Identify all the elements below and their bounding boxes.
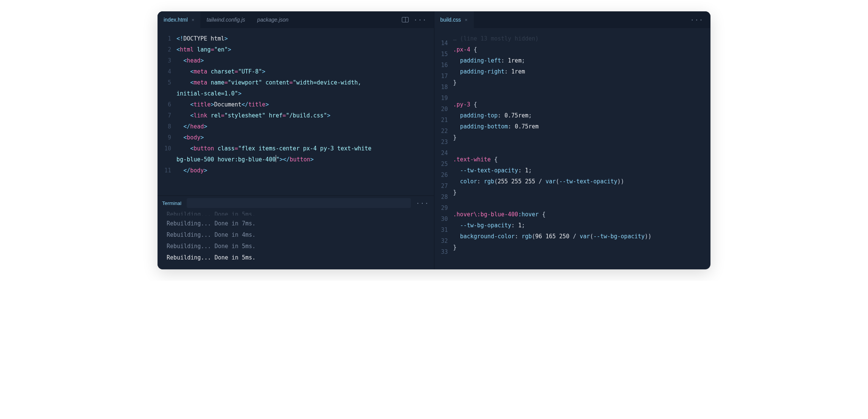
code-line[interactable]: </body> — [176, 165, 434, 176]
line-number: 1 — [164, 33, 171, 44]
code-line[interactable]: <link rel="stylesheet" href="/build.css"… — [176, 110, 434, 121]
code-line[interactable]: --tw-text-opacity: 1; — [453, 165, 710, 176]
code-line[interactable]: padding-right: 1rem — [453, 66, 710, 77]
line-number: 6 — [164, 99, 171, 110]
code-line[interactable]: padding-bottom: 0.75rem — [453, 121, 710, 132]
tab-label: package.json — [257, 17, 289, 23]
line-number: 14 — [441, 38, 448, 49]
tab-label: tailwind.config.js — [206, 17, 245, 23]
code-line[interactable]: } — [453, 242, 710, 253]
terminal-input[interactable] — [187, 198, 411, 208]
code-line[interactable]: <head> — [176, 55, 434, 66]
code-line[interactable] — [453, 143, 710, 154]
code-line[interactable]: background-color: rgb(96 165 250 / var(-… — [453, 231, 710, 242]
left-tabbar: index.html×tailwind.config.jspackage.jso… — [158, 11, 434, 28]
close-icon[interactable]: × — [465, 17, 468, 23]
terminal-line: Rebuilding... Done in 7ms. — [167, 218, 427, 229]
right-tabbar-actions: ··· — [690, 16, 707, 23]
code-line[interactable]: } — [453, 77, 710, 88]
more-icon[interactable]: ··· — [414, 16, 427, 23]
line-number: 22 — [441, 126, 448, 137]
tab-label: index.html — [164, 17, 188, 23]
line-number: 3 — [164, 55, 171, 66]
line-number: 7 — [164, 110, 171, 121]
code-line[interactable]: .px-4 { — [453, 44, 710, 55]
code-line[interactable] — [453, 198, 710, 209]
line-number: 25 — [441, 159, 448, 170]
line-number: 18 — [441, 82, 448, 93]
tab-build-css[interactable]: build.css× — [434, 11, 474, 28]
code-line[interactable] — [453, 88, 710, 99]
terminal-more-icon[interactable]: ··· — [416, 200, 429, 207]
code-line[interactable]: } — [453, 132, 710, 143]
line-number: 15 — [441, 49, 448, 60]
terminal-body[interactable]: Rebuilding... Done in 5ms.Rebuilding... … — [158, 210, 434, 269]
code-line[interactable]: <!DOCTYPE html> — [176, 33, 434, 44]
code-line[interactable]: <html lang="en"> — [176, 44, 434, 55]
code-line[interactable]: <meta name="viewport" content="width=dev… — [176, 77, 434, 88]
editor-window: index.html×tailwind.config.jspackage.jso… — [158, 11, 710, 269]
code-line[interactable]: <button class="flex items-center px-4 py… — [176, 143, 434, 154]
code-line[interactable]: color: rgb(255 255 255 / var(--tw-text-o… — [453, 176, 710, 187]
terminal-panel: Terminal ··· Rebuilding... Done in 5ms.R… — [158, 195, 434, 269]
right-pane: build.css× ··· 1314151617181920212223242… — [434, 11, 711, 269]
more-icon[interactable]: ··· — [690, 16, 704, 23]
code-line[interactable]: .hover\:bg-blue-400:hover { — [453, 209, 710, 220]
tab-tailwind-config-js[interactable]: tailwind.config.js — [200, 11, 251, 28]
terminal-line: Rebuilding... Done in 5ms. — [167, 252, 427, 263]
code-line[interactable] — [453, 253, 710, 264]
line-number: 23 — [441, 137, 448, 148]
line-number: 30 — [441, 214, 448, 225]
line-number: 10 — [164, 143, 171, 154]
terminal-line: Rebuilding... Done in 5ms. — [167, 209, 427, 216]
line-number: 29 — [441, 203, 448, 214]
left-gutter: 12345 678910 11 — [158, 33, 176, 190]
left-code-area[interactable]: 12345 678910 11 <!DOCTYPE html><html lan… — [158, 28, 434, 195]
code-line[interactable]: </head> — [176, 121, 434, 132]
line-number: 8 — [164, 121, 171, 132]
line-number: 17 — [441, 71, 448, 82]
line-number: 9 — [164, 132, 171, 143]
right-code-content[interactable]: … (line 13 mostly hidden).px-4 { padding… — [453, 33, 710, 264]
line-number: 5 — [164, 77, 171, 88]
line-number — [164, 154, 171, 165]
code-line[interactable]: padding-top: 0.75rem; — [453, 110, 710, 121]
right-code-area[interactable]: 1314151617181920212223242526272829303132… — [434, 28, 711, 269]
line-number: 32 — [441, 236, 448, 247]
code-line[interactable]: } — [453, 187, 710, 198]
close-icon[interactable]: × — [192, 17, 195, 23]
split-editor-icon[interactable] — [402, 17, 409, 22]
line-number: 20 — [441, 104, 448, 115]
line-number: 27 — [441, 181, 448, 192]
right-tabbar: build.css× ··· — [434, 11, 711, 28]
line-number: 11 — [164, 165, 171, 176]
code-line[interactable]: <meta charset="UTF-8"> — [176, 66, 434, 77]
code-line[interactable]: bg-blue-500 hover:bg-blue-400"></button> — [176, 154, 434, 165]
code-line[interactable]: padding-left: 1rem; — [453, 55, 710, 66]
terminal-header: Terminal ··· — [158, 196, 434, 210]
line-number: 2 — [164, 44, 171, 55]
code-line[interactable]: <body> — [176, 132, 434, 143]
tab-package-json[interactable]: package.json — [251, 11, 295, 28]
code-line[interactable]: initial-scale=1.0"> — [176, 88, 434, 99]
code-line[interactable]: … (line 13 mostly hidden) — [453, 33, 710, 44]
left-pane: index.html×tailwind.config.jspackage.jso… — [158, 11, 434, 269]
terminal-line: Rebuilding... Done in 4ms. — [167, 229, 427, 241]
line-number: 26 — [441, 170, 448, 181]
line-number: 24 — [441, 148, 448, 159]
line-number: 19 — [441, 93, 448, 104]
left-code-content[interactable]: <!DOCTYPE html><html lang="en"> <head> <… — [176, 33, 434, 190]
code-line[interactable]: <title>Document</title> — [176, 99, 434, 110]
tab-label: build.css — [440, 17, 461, 23]
terminal-tab[interactable]: Terminal — [162, 199, 181, 208]
tab-index-html[interactable]: index.html× — [158, 11, 200, 28]
line-number: 33 — [441, 247, 448, 258]
code-line[interactable]: .py-3 { — [453, 99, 710, 110]
code-line[interactable]: .text-white { — [453, 154, 710, 165]
code-line[interactable]: --tw-bg-opacity: 1; — [453, 220, 710, 231]
line-number: 28 — [441, 192, 448, 203]
line-number: 21 — [441, 115, 448, 126]
right-gutter: 1314151617181920212223242526272829303132… — [434, 33, 453, 264]
line-number: 31 — [441, 225, 448, 236]
left-tabbar-actions: ··· — [402, 16, 430, 23]
